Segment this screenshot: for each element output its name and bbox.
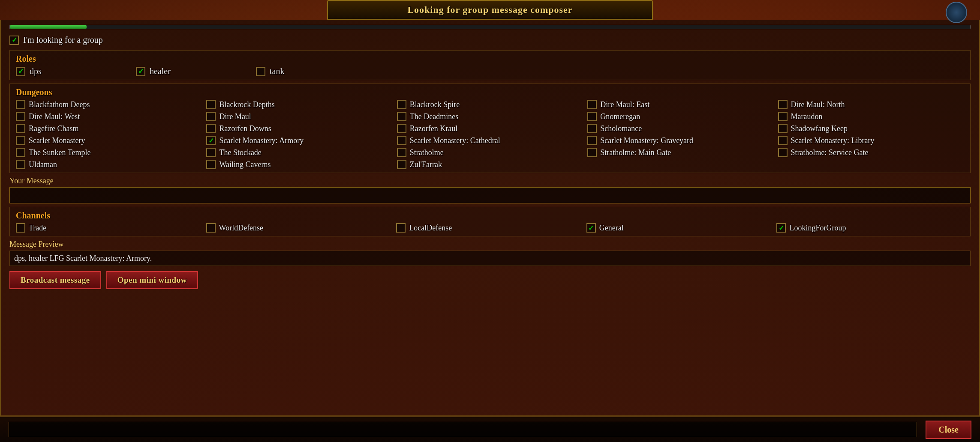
dire-maul-north-checkbox[interactable] xyxy=(778,100,788,109)
dungeon-razorfen-kraul[interactable]: Razorfen Kraul xyxy=(397,124,583,133)
dungeon-scarlet-monastery-graveyard[interactable]: Scarlet Monastery: Graveyard xyxy=(587,136,773,145)
lookingforgroup-checkbox[interactable] xyxy=(776,223,786,233)
channel-lookingforgroup[interactable]: LookingForGroup xyxy=(776,223,964,233)
dungeon-dire-maul-west[interactable]: Dire Maul: West xyxy=(16,112,202,121)
tank-label: tank xyxy=(270,66,284,76)
dungeon-shadowfang-keep[interactable]: Shadowfang Keep xyxy=(778,124,964,133)
razorfen-kraul-checkbox[interactable] xyxy=(397,124,406,133)
dungeon-wailing-caverns[interactable]: Wailing Caverns xyxy=(206,160,392,169)
dungeon-stratholme-service-gate[interactable]: Stratholme: Service Gate xyxy=(778,148,964,157)
dungeon-blackrock-spire[interactable]: Blackrock Spire xyxy=(397,100,583,109)
channel-general[interactable]: General xyxy=(586,223,774,233)
title-bar: Looking for group message composer xyxy=(327,0,653,20)
channel-trade[interactable]: Trade xyxy=(16,223,204,233)
preview-text: dps, healer LFG Scarlet Monastery: Armor… xyxy=(9,251,971,266)
scholomance-checkbox[interactable] xyxy=(587,124,597,133)
scarlet-monastery-armory-checkbox[interactable] xyxy=(206,136,216,145)
blackrock-depths-checkbox[interactable] xyxy=(206,100,216,109)
dungeon-scarlet-monastery[interactable]: Scarlet Monastery xyxy=(16,136,202,145)
stratholme-checkbox[interactable] xyxy=(397,148,406,157)
wailing-caverns-checkbox[interactable] xyxy=(206,160,216,169)
worlddefense-checkbox[interactable] xyxy=(206,223,216,233)
dire-maul-checkbox[interactable] xyxy=(206,112,216,121)
role-item-dps[interactable]: dps xyxy=(16,66,136,76)
main-panel: Looking for group message composer I'm l… xyxy=(0,0,980,416)
dungeon-stratholme[interactable]: Stratholme xyxy=(397,148,583,157)
channels-header: Channels xyxy=(16,211,964,221)
scarlet-monastery-checkbox[interactable] xyxy=(16,136,25,145)
dungeons-section: Dungeons Blackfathom Deeps Blackrock Dep… xyxy=(9,84,971,173)
dungeon-gnomeregan[interactable]: Gnomeregan xyxy=(587,112,773,121)
scarlet-monastery-graveyard-checkbox[interactable] xyxy=(587,136,597,145)
top-decoration xyxy=(946,2,967,23)
roles-section: Roles dps healer tank xyxy=(9,50,971,80)
dungeon-empty-1 xyxy=(587,160,773,169)
dungeon-blackrock-depths[interactable]: Blackrock Depths xyxy=(206,100,392,109)
dire-maul-east-checkbox[interactable] xyxy=(587,100,597,109)
blackrock-spire-checkbox[interactable] xyxy=(397,100,406,109)
progress-bar-container xyxy=(9,25,971,29)
dungeon-dire-maul-east[interactable]: Dire Maul: East xyxy=(587,100,773,109)
channel-localdefense[interactable]: LocalDefense xyxy=(396,223,584,233)
uldaman-checkbox[interactable] xyxy=(16,160,25,169)
the-sunken-temple-checkbox[interactable] xyxy=(16,148,25,157)
dungeon-the-sunken-temple[interactable]: The Sunken Temple xyxy=(16,148,202,157)
buttons-row: Broadcast message Open mini window xyxy=(9,271,971,289)
window-title: Looking for group message composer xyxy=(407,4,572,15)
role-item-healer[interactable]: healer xyxy=(136,66,256,76)
the-stockade-checkbox[interactable] xyxy=(206,148,216,157)
scarlet-monastery-cathedral-checkbox[interactable] xyxy=(397,136,406,145)
role-item-tank[interactable]: tank xyxy=(256,66,376,76)
your-message-label: Your Message xyxy=(9,176,971,185)
close-button[interactable]: Close xyxy=(926,421,971,439)
stratholme-main-gate-checkbox[interactable] xyxy=(587,148,597,157)
dungeon-scholomance[interactable]: Scholomance xyxy=(587,124,773,133)
gnomeregan-checkbox[interactable] xyxy=(587,112,597,121)
preview-section: Message Preview dps, healer LFG Scarlet … xyxy=(9,240,971,266)
progress-bar-fill xyxy=(10,25,87,29)
channel-worlddefense[interactable]: WorldDefense xyxy=(206,223,394,233)
dungeon-the-stockade[interactable]: The Stockade xyxy=(206,148,392,157)
maraudon-checkbox[interactable] xyxy=(778,112,788,121)
dungeon-blackfathom-deeps[interactable]: Blackfathom Deeps xyxy=(16,100,202,109)
channels-row: Trade WorldDefense LocalDefense General … xyxy=(16,223,964,233)
dungeon-uldaman[interactable]: Uldaman xyxy=(16,160,202,169)
dungeon-the-deadmines[interactable]: The Deadmines xyxy=(397,112,583,121)
dungeon-maraudon[interactable]: Maraudon xyxy=(778,112,964,121)
dungeons-grid: Blackfathom Deeps Blackrock Depths Black… xyxy=(16,100,964,169)
roles-header: Roles xyxy=(16,54,964,64)
razorfen-downs-checkbox[interactable] xyxy=(206,124,216,133)
zul-farrak-checkbox[interactable] xyxy=(397,160,406,169)
trade-checkbox[interactable] xyxy=(16,223,25,233)
bottom-chat-input[interactable] xyxy=(9,422,917,437)
dungeon-stratholme-main-gate[interactable]: Stratholme: Main Gate xyxy=(587,148,773,157)
shadowfang-keep-checkbox[interactable] xyxy=(778,124,788,133)
preview-label: Message Preview xyxy=(9,240,971,249)
dungeon-razorfen-downs[interactable]: Razorfen Downs xyxy=(206,124,392,133)
dire-maul-west-checkbox[interactable] xyxy=(16,112,25,121)
broadcast-button[interactable]: Broadcast message xyxy=(9,271,101,289)
tank-checkbox[interactable] xyxy=(256,67,265,76)
general-checkbox[interactable] xyxy=(586,223,596,233)
dungeon-scarlet-monastery-cathedral[interactable]: Scarlet Monastery: Cathedral xyxy=(397,136,583,145)
dungeon-ragefire-chasm[interactable]: Ragefire Chasm xyxy=(16,124,202,133)
stratholme-service-gate-checkbox[interactable] xyxy=(778,148,788,157)
message-input[interactable] xyxy=(9,187,971,203)
blackfathom-deeps-checkbox[interactable] xyxy=(16,100,25,109)
ragefire-chasm-checkbox[interactable] xyxy=(16,124,25,133)
dungeon-scarlet-monastery-library[interactable]: Scarlet Monastery: Library xyxy=(778,136,964,145)
open-mini-window-button[interactable]: Open mini window xyxy=(106,271,198,289)
the-deadmines-checkbox[interactable] xyxy=(397,112,406,121)
dungeons-header: Dungeons xyxy=(16,87,964,97)
lfg-checkbox[interactable] xyxy=(9,36,19,45)
dps-label: dps xyxy=(30,66,42,76)
lfg-checkbox-row[interactable]: I'm looking for a group xyxy=(9,33,971,47)
dps-checkbox[interactable] xyxy=(16,67,25,76)
healer-checkbox[interactable] xyxy=(136,67,145,76)
dungeon-dire-maul[interactable]: Dire Maul xyxy=(206,112,392,121)
scarlet-monastery-library-checkbox[interactable] xyxy=(778,136,788,145)
dungeon-zul-farrak[interactable]: Zul'Farrak xyxy=(397,160,583,169)
localdefense-checkbox[interactable] xyxy=(396,223,406,233)
dungeon-scarlet-monastery-armory[interactable]: Scarlet Monastery: Armory xyxy=(206,136,392,145)
dungeon-dire-maul-north[interactable]: Dire Maul: North xyxy=(778,100,964,109)
